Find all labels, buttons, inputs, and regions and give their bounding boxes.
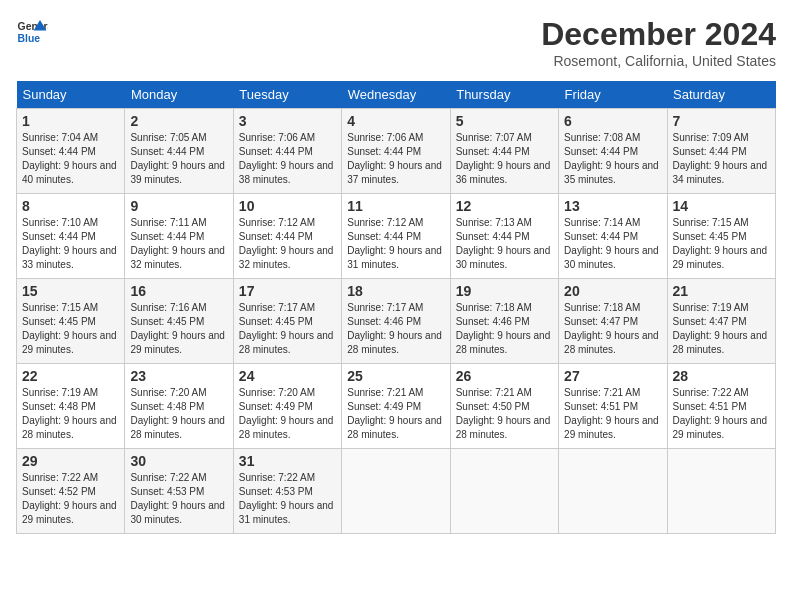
weekday-header-row: SundayMondayTuesdayWednesdayThursdayFrid…	[17, 81, 776, 109]
calendar-day-cell: 28Sunrise: 7:22 AM Sunset: 4:51 PM Dayli…	[667, 364, 775, 449]
title-block: December 2024 Rosemont, California, Unit…	[541, 16, 776, 69]
calendar-day-cell: 4Sunrise: 7:06 AM Sunset: 4:44 PM Daylig…	[342, 109, 450, 194]
calendar-day-cell: 13Sunrise: 7:14 AM Sunset: 4:44 PM Dayli…	[559, 194, 667, 279]
day-number: 28	[673, 368, 770, 384]
day-number: 3	[239, 113, 336, 129]
page-header: General Blue December 2024 Rosemont, Cal…	[16, 16, 776, 69]
day-number: 27	[564, 368, 661, 384]
day-number: 6	[564, 113, 661, 129]
day-number: 24	[239, 368, 336, 384]
calendar-day-cell: 27Sunrise: 7:21 AM Sunset: 4:51 PM Dayli…	[559, 364, 667, 449]
calendar-day-cell: 12Sunrise: 7:13 AM Sunset: 4:44 PM Dayli…	[450, 194, 558, 279]
calendar-day-cell	[342, 449, 450, 534]
day-number: 5	[456, 113, 553, 129]
day-info: Sunrise: 7:08 AM Sunset: 4:44 PM Dayligh…	[564, 131, 661, 187]
calendar-week-row: 22Sunrise: 7:19 AM Sunset: 4:48 PM Dayli…	[17, 364, 776, 449]
calendar-day-cell: 31Sunrise: 7:22 AM Sunset: 4:53 PM Dayli…	[233, 449, 341, 534]
day-number: 4	[347, 113, 444, 129]
weekday-header-cell: Friday	[559, 81, 667, 109]
calendar-day-cell: 19Sunrise: 7:18 AM Sunset: 4:46 PM Dayli…	[450, 279, 558, 364]
weekday-header-cell: Sunday	[17, 81, 125, 109]
day-info: Sunrise: 7:05 AM Sunset: 4:44 PM Dayligh…	[130, 131, 227, 187]
weekday-header-cell: Wednesday	[342, 81, 450, 109]
calendar-day-cell: 26Sunrise: 7:21 AM Sunset: 4:50 PM Dayli…	[450, 364, 558, 449]
day-number: 29	[22, 453, 119, 469]
day-info: Sunrise: 7:17 AM Sunset: 4:46 PM Dayligh…	[347, 301, 444, 357]
day-number: 20	[564, 283, 661, 299]
day-info: Sunrise: 7:21 AM Sunset: 4:50 PM Dayligh…	[456, 386, 553, 442]
weekday-header-cell: Thursday	[450, 81, 558, 109]
calendar-day-cell: 1Sunrise: 7:04 AM Sunset: 4:44 PM Daylig…	[17, 109, 125, 194]
day-number: 25	[347, 368, 444, 384]
weekday-header-cell: Tuesday	[233, 81, 341, 109]
day-number: 22	[22, 368, 119, 384]
day-info: Sunrise: 7:22 AM Sunset: 4:53 PM Dayligh…	[130, 471, 227, 527]
day-info: Sunrise: 7:18 AM Sunset: 4:47 PM Dayligh…	[564, 301, 661, 357]
calendar-day-cell: 23Sunrise: 7:20 AM Sunset: 4:48 PM Dayli…	[125, 364, 233, 449]
calendar-day-cell: 5Sunrise: 7:07 AM Sunset: 4:44 PM Daylig…	[450, 109, 558, 194]
calendar-day-cell: 16Sunrise: 7:16 AM Sunset: 4:45 PM Dayli…	[125, 279, 233, 364]
day-info: Sunrise: 7:22 AM Sunset: 4:52 PM Dayligh…	[22, 471, 119, 527]
day-number: 13	[564, 198, 661, 214]
day-info: Sunrise: 7:11 AM Sunset: 4:44 PM Dayligh…	[130, 216, 227, 272]
day-number: 31	[239, 453, 336, 469]
logo-icon: General Blue	[16, 16, 48, 48]
weekday-header-cell: Saturday	[667, 81, 775, 109]
calendar-day-cell: 18Sunrise: 7:17 AM Sunset: 4:46 PM Dayli…	[342, 279, 450, 364]
calendar-week-row: 29Sunrise: 7:22 AM Sunset: 4:52 PM Dayli…	[17, 449, 776, 534]
day-number: 12	[456, 198, 553, 214]
calendar-week-row: 1Sunrise: 7:04 AM Sunset: 4:44 PM Daylig…	[17, 109, 776, 194]
calendar-day-cell: 3Sunrise: 7:06 AM Sunset: 4:44 PM Daylig…	[233, 109, 341, 194]
day-info: Sunrise: 7:13 AM Sunset: 4:44 PM Dayligh…	[456, 216, 553, 272]
calendar-day-cell: 8Sunrise: 7:10 AM Sunset: 4:44 PM Daylig…	[17, 194, 125, 279]
day-info: Sunrise: 7:20 AM Sunset: 4:49 PM Dayligh…	[239, 386, 336, 442]
calendar-day-cell: 20Sunrise: 7:18 AM Sunset: 4:47 PM Dayli…	[559, 279, 667, 364]
day-info: Sunrise: 7:15 AM Sunset: 4:45 PM Dayligh…	[673, 216, 770, 272]
day-info: Sunrise: 7:10 AM Sunset: 4:44 PM Dayligh…	[22, 216, 119, 272]
location: Rosemont, California, United States	[541, 53, 776, 69]
calendar-day-cell: 11Sunrise: 7:12 AM Sunset: 4:44 PM Dayli…	[342, 194, 450, 279]
weekday-header-cell: Monday	[125, 81, 233, 109]
calendar-day-cell: 15Sunrise: 7:15 AM Sunset: 4:45 PM Dayli…	[17, 279, 125, 364]
calendar-day-cell: 24Sunrise: 7:20 AM Sunset: 4:49 PM Dayli…	[233, 364, 341, 449]
day-info: Sunrise: 7:19 AM Sunset: 4:48 PM Dayligh…	[22, 386, 119, 442]
day-info: Sunrise: 7:15 AM Sunset: 4:45 PM Dayligh…	[22, 301, 119, 357]
calendar-day-cell: 14Sunrise: 7:15 AM Sunset: 4:45 PM Dayli…	[667, 194, 775, 279]
calendar-day-cell: 17Sunrise: 7:17 AM Sunset: 4:45 PM Dayli…	[233, 279, 341, 364]
day-info: Sunrise: 7:06 AM Sunset: 4:44 PM Dayligh…	[347, 131, 444, 187]
day-info: Sunrise: 7:18 AM Sunset: 4:46 PM Dayligh…	[456, 301, 553, 357]
calendar-body: 1Sunrise: 7:04 AM Sunset: 4:44 PM Daylig…	[17, 109, 776, 534]
calendar-day-cell	[450, 449, 558, 534]
calendar-day-cell	[559, 449, 667, 534]
day-number: 14	[673, 198, 770, 214]
svg-text:Blue: Blue	[18, 33, 41, 44]
calendar-day-cell: 6Sunrise: 7:08 AM Sunset: 4:44 PM Daylig…	[559, 109, 667, 194]
calendar-day-cell: 9Sunrise: 7:11 AM Sunset: 4:44 PM Daylig…	[125, 194, 233, 279]
calendar-day-cell: 21Sunrise: 7:19 AM Sunset: 4:47 PM Dayli…	[667, 279, 775, 364]
calendar-week-row: 8Sunrise: 7:10 AM Sunset: 4:44 PM Daylig…	[17, 194, 776, 279]
calendar-day-cell: 10Sunrise: 7:12 AM Sunset: 4:44 PM Dayli…	[233, 194, 341, 279]
calendar-day-cell: 30Sunrise: 7:22 AM Sunset: 4:53 PM Dayli…	[125, 449, 233, 534]
day-info: Sunrise: 7:06 AM Sunset: 4:44 PM Dayligh…	[239, 131, 336, 187]
day-info: Sunrise: 7:09 AM Sunset: 4:44 PM Dayligh…	[673, 131, 770, 187]
day-info: Sunrise: 7:07 AM Sunset: 4:44 PM Dayligh…	[456, 131, 553, 187]
day-info: Sunrise: 7:19 AM Sunset: 4:47 PM Dayligh…	[673, 301, 770, 357]
day-number: 2	[130, 113, 227, 129]
day-info: Sunrise: 7:12 AM Sunset: 4:44 PM Dayligh…	[347, 216, 444, 272]
calendar-day-cell	[667, 449, 775, 534]
day-number: 26	[456, 368, 553, 384]
day-number: 7	[673, 113, 770, 129]
day-number: 21	[673, 283, 770, 299]
calendar-day-cell: 7Sunrise: 7:09 AM Sunset: 4:44 PM Daylig…	[667, 109, 775, 194]
day-number: 15	[22, 283, 119, 299]
calendar-week-row: 15Sunrise: 7:15 AM Sunset: 4:45 PM Dayli…	[17, 279, 776, 364]
day-number: 18	[347, 283, 444, 299]
day-number: 16	[130, 283, 227, 299]
day-info: Sunrise: 7:22 AM Sunset: 4:53 PM Dayligh…	[239, 471, 336, 527]
day-info: Sunrise: 7:12 AM Sunset: 4:44 PM Dayligh…	[239, 216, 336, 272]
day-info: Sunrise: 7:20 AM Sunset: 4:48 PM Dayligh…	[130, 386, 227, 442]
day-info: Sunrise: 7:21 AM Sunset: 4:49 PM Dayligh…	[347, 386, 444, 442]
calendar-day-cell: 22Sunrise: 7:19 AM Sunset: 4:48 PM Dayli…	[17, 364, 125, 449]
logo: General Blue	[16, 16, 48, 48]
day-number: 10	[239, 198, 336, 214]
